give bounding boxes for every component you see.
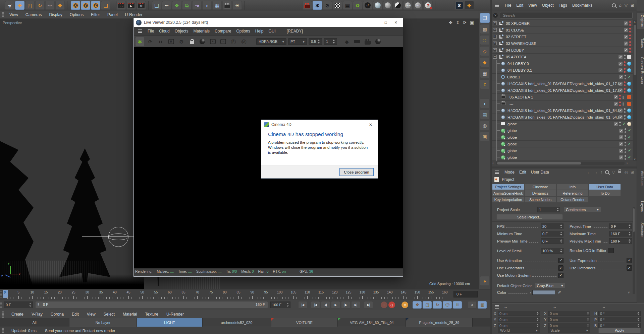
record-keyframe[interactable]: ◦ (381, 302, 387, 308)
layer-segment-archmodels52-020[interactable]: archmodels52_020 (203, 318, 271, 327)
u-render-mode[interactable]: ◕ (480, 276, 490, 286)
coordinate-space-select[interactable]: World▾ (498, 328, 540, 333)
layer-chip-icon[interactable] (619, 75, 623, 79)
spinner-arrows-icon[interactable] (536, 312, 539, 315)
goto-end[interactable]: ▶| (364, 301, 373, 309)
object-row[interactable]: +03 WAREHOUSE (492, 40, 633, 47)
visibility-dots-icon[interactable] (624, 88, 626, 93)
lock-resolution[interactable] (187, 37, 196, 46)
octane-scatter[interactable]: ♻ (353, 1, 362, 10)
coord-input[interactable]: 0 ° (598, 323, 641, 328)
render-settings[interactable]: ⚙ (137, 1, 146, 10)
unit-select[interactable]: Centimeters▾ (564, 207, 601, 212)
horizontal-scrollbar[interactable] (496, 162, 625, 165)
menu-icon[interactable] (495, 172, 499, 173)
blue-tag-icon[interactable] (627, 68, 631, 72)
panel-menu-icon[interactable] (495, 5, 499, 6)
object-manager-menu-tags[interactable]: Tags (559, 3, 567, 8)
light-tag-icon[interactable] (627, 122, 631, 126)
maximize-button[interactable]: □ (381, 20, 391, 25)
display-mode-select[interactable]: HDR/sRGB▾ (256, 38, 286, 45)
blue-tag-icon[interactable] (627, 115, 631, 119)
layer-chip-icon[interactable] (614, 102, 618, 106)
spinner-arrows-icon[interactable] (560, 232, 562, 236)
layer-segment-f-cgaxis-models-25-39[interactable]: F-cgaxis_models_25_39 (406, 318, 472, 327)
render-view[interactable]: ▭ (116, 1, 126, 10)
enabled-check-icon[interactable]: ✓ (628, 75, 631, 79)
transform-mode-select[interactable]: Scale▾ (548, 328, 590, 333)
target-icon[interactable]: ◎ (624, 170, 628, 175)
spinner-arrows-icon[interactable] (318, 40, 320, 44)
layer-chip-icon[interactable] (619, 55, 623, 59)
expand-arrow-icon[interactable]: › (530, 290, 531, 294)
material-picker[interactable]: Ⓜ (239, 37, 248, 46)
focus-picker[interactable]: Ⓕ (229, 37, 238, 46)
drag-grip-icon[interactable] (2, 311, 4, 318)
scale-project-button[interactable]: Scale Project... (496, 214, 563, 220)
layer-segment-all[interactable]: All (0, 318, 69, 327)
blue-tag-icon[interactable] (627, 109, 631, 113)
bottom-menu-edit[interactable]: Edit (72, 312, 79, 317)
object-manager-menu-file[interactable]: File (505, 3, 511, 8)
add-cube-object[interactable]: ❑ (152, 1, 161, 10)
tab-user-data[interactable]: User Data (589, 184, 621, 190)
key-point-level[interactable]: ⠿ (453, 301, 462, 309)
octane-live-viewer[interactable]: ✱ (313, 1, 322, 10)
object-row[interactable]: H:\CGAXIS hdri_skies_01 PAYPALED\cgaxis_… (492, 80, 633, 87)
visibility-dots-icon[interactable] (625, 75, 627, 79)
collapse-icon[interactable]: − (493, 55, 497, 59)
expand-icon[interactable]: + (493, 35, 497, 39)
viewport-menu-options[interactable]: Options (70, 12, 84, 17)
point-mode[interactable]: ∷ (480, 35, 490, 45)
layer-chip-icon[interactable] (624, 21, 628, 25)
use-deformers-checkbox[interactable] (627, 265, 632, 271)
subdivision-surface[interactable]: ❖ (172, 1, 181, 10)
object-row[interactable]: +02 STREET (492, 34, 633, 40)
start-frame-spinner[interactable]: 0 F (4, 302, 33, 308)
render-lod-checkbox[interactable] (608, 248, 614, 253)
object-row[interactable]: ---[ ] (492, 101, 633, 107)
dock-tab-structure[interactable]: Structure (637, 221, 644, 239)
enabled-check-icon[interactable]: ✓ (628, 142, 631, 146)
sound-toggle[interactable]: ♬ (468, 301, 477, 309)
add-panel-icon[interactable]: ⊞ (631, 3, 634, 8)
back-icon[interactable]: ← (587, 170, 591, 175)
coord-input[interactable]: 0 ° (598, 317, 641, 322)
enabled-check-icon[interactable]: ✓ (623, 122, 626, 126)
object-row[interactable]: 05 AZOTEA 1[ ] (492, 94, 633, 101)
spinner-arrows-icon[interactable] (560, 249, 562, 253)
layer-chip-icon[interactable] (619, 109, 623, 113)
object-row[interactable]: 04 LOBBY 0.1 (492, 67, 633, 74)
new-panel-icon[interactable]: ⊞ (631, 170, 634, 175)
light-sphere-gizmo[interactable] (108, 227, 128, 247)
next-key[interactable]: ▶| (351, 301, 360, 309)
object-row[interactable]: +04 LOBBY (492, 47, 633, 54)
spinner-arrows-icon[interactable] (29, 303, 32, 307)
scrollbar-thumb[interactable] (633, 208, 635, 232)
octane-checker[interactable] (333, 1, 342, 10)
render-to-picture-viewer[interactable]: ▶ (126, 1, 136, 10)
spline-pen[interactable]: ✒ (162, 1, 171, 10)
object-manager-menu-view[interactable]: View (528, 3, 537, 8)
use-motion-system-checkbox[interactable] (558, 273, 564, 278)
live-viewer-titlebar[interactable]: Live Viewer 2020.2.5 (134 days left) –□✕ (134, 18, 403, 27)
color-swatch[interactable] (532, 290, 555, 295)
layer-segment-voiture[interactable]: VOITURE (271, 318, 337, 327)
preview-min-time-input[interactable]: 0 F (541, 238, 564, 244)
object-manager-menu-edit[interactable]: Edit (516, 3, 523, 8)
enabled-check-icon[interactable]: ✓ (628, 135, 631, 139)
array-generator[interactable]: ⧉ (182, 1, 192, 10)
filter-icon[interactable]: ▽ (612, 170, 615, 175)
lock-x-axis[interactable]: X (71, 1, 80, 10)
scroll-down-icon[interactable]: ∨ (633, 158, 637, 161)
minimum-time-input[interactable]: 0 F (541, 231, 564, 237)
layer-chip-icon[interactable] (619, 88, 623, 92)
lock-y-axis[interactable]: Y (81, 1, 90, 10)
scrollbar-thumb[interactable] (497, 162, 581, 164)
live-viewer-menu-options[interactable]: Options (236, 29, 250, 34)
object-row[interactable]: −05 AZOTEA (492, 54, 633, 60)
coord-input[interactable]: 0 ° (598, 311, 641, 316)
object-search-input[interactable] (500, 12, 633, 19)
crash-dialog-titlebar[interactable]: Cinema 4D ✕ (261, 120, 378, 129)
polygon-mode[interactable]: ◆ (480, 57, 490, 67)
